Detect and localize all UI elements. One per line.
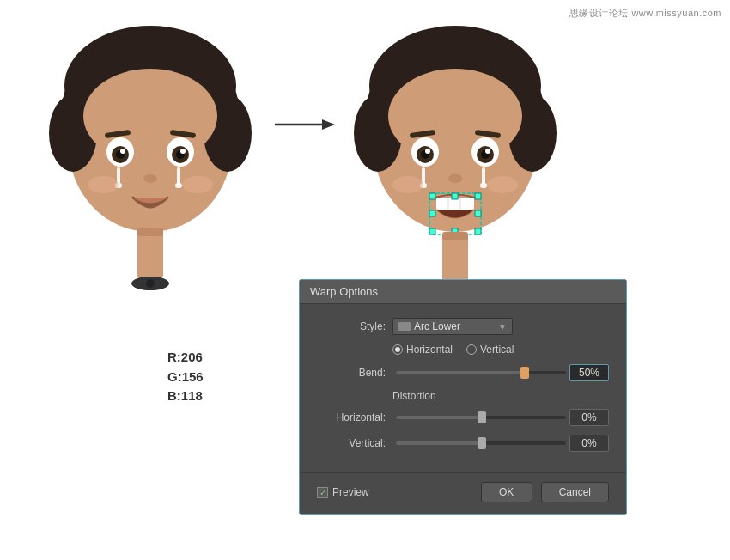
style-row: Style: Arc Lower ▼ [317, 318, 609, 335]
vertical-thumb[interactable] [478, 437, 486, 449]
horizontal-row: Horizontal: 0% [317, 409, 609, 426]
svg-point-44 [485, 149, 490, 154]
bend-value[interactable]: 50% [569, 364, 609, 381]
svg-point-21 [88, 176, 119, 193]
svg-point-34 [388, 69, 522, 163]
color-info: R:206 G:156 B:118 [167, 348, 204, 406]
color-g: G:156 [167, 368, 204, 387]
ok-button[interactable]: OK [481, 482, 532, 502]
svg-point-20 [143, 174, 157, 183]
vertical-label: Vertical: [317, 437, 386, 449]
dialog-footer: ✓ Preview OK Cancel [300, 472, 626, 514]
checkbox-icon: ✓ [317, 487, 328, 498]
vertical-value[interactable]: 0% [569, 435, 609, 452]
svg-point-5 [83, 69, 217, 163]
left-face: R:206 G:156 B:118 [34, 17, 266, 344]
radio-vertical-circle [466, 344, 477, 355]
bend-thumb[interactable] [520, 367, 529, 379]
svg-point-11 [120, 149, 125, 154]
svg-rect-56 [429, 193, 435, 199]
bend-row: Bend: 50% [317, 364, 609, 381]
svg-rect-48 [480, 183, 487, 188]
radio-horizontal-label: Horizontal [406, 344, 453, 356]
svg-rect-24 [137, 228, 163, 236]
horizontal-thumb[interactable] [478, 411, 486, 423]
cancel-button[interactable]: Cancel [541, 482, 609, 502]
dialog-body: Style: Arc Lower ▼ Horizontal Vertical B… [300, 304, 626, 472]
svg-point-22 [182, 176, 213, 193]
preview-checkbox[interactable]: ✓ Preview [317, 486, 369, 498]
color-r: R:206 [167, 348, 204, 368]
svg-rect-47 [482, 167, 485, 185]
svg-point-26 [146, 279, 155, 288]
footer-buttons: OK Cancel [481, 482, 609, 502]
color-b: B:118 [167, 387, 204, 406]
style-value: Arc Lower [414, 320, 460, 332]
vertical-fill [396, 441, 481, 445]
bend-label: Bend: [317, 367, 386, 379]
dropdown-arrow-icon: ▼ [498, 322, 507, 332]
horizontal-fill [396, 416, 481, 419]
horizontal-slider[interactable] [396, 416, 566, 419]
radio-horizontal-circle [392, 344, 403, 355]
svg-marker-28 [322, 119, 335, 130]
preview-label: Preview [332, 486, 369, 498]
radio-vertical-label: Vertical [480, 344, 514, 356]
radio-vertical[interactable]: Vertical [466, 344, 514, 356]
warp-options-dialog: Warp Options Style: Arc Lower ▼ Horizont… [299, 279, 627, 515]
svg-rect-59 [429, 210, 435, 216]
watermark: 思缘设计论坛 www.missyuan.com [569, 7, 721, 20]
svg-rect-65 [442, 232, 468, 240]
style-icon [398, 322, 411, 331]
distortion-label: Distortion [392, 390, 609, 402]
horizontal-value[interactable]: 0% [569, 409, 609, 426]
svg-point-50 [392, 176, 423, 193]
svg-point-15 [180, 149, 186, 154]
style-dropdown[interactable]: Arc Lower ▼ [392, 318, 513, 335]
orientation-row: Horizontal Vertical [392, 344, 609, 356]
svg-rect-58 [475, 193, 481, 199]
horizontal-label: Horizontal: [317, 411, 386, 423]
svg-rect-63 [475, 228, 481, 234]
svg-rect-57 [452, 193, 458, 199]
svg-rect-19 [175, 183, 182, 188]
style-label: Style: [317, 320, 386, 332]
bend-slider[interactable] [396, 371, 566, 374]
svg-rect-60 [475, 210, 481, 216]
radio-horizontal[interactable]: Horizontal [392, 344, 453, 356]
svg-point-49 [448, 174, 462, 183]
bend-fill [396, 371, 524, 374]
arrow [271, 112, 339, 137]
vertical-slider[interactable] [396, 441, 566, 445]
dialog-title: Warp Options [300, 280, 626, 304]
svg-rect-61 [429, 228, 435, 234]
svg-point-40 [425, 149, 430, 154]
svg-rect-18 [177, 167, 180, 185]
svg-point-51 [487, 176, 518, 193]
vertical-row: Vertical: 0% [317, 435, 609, 452]
